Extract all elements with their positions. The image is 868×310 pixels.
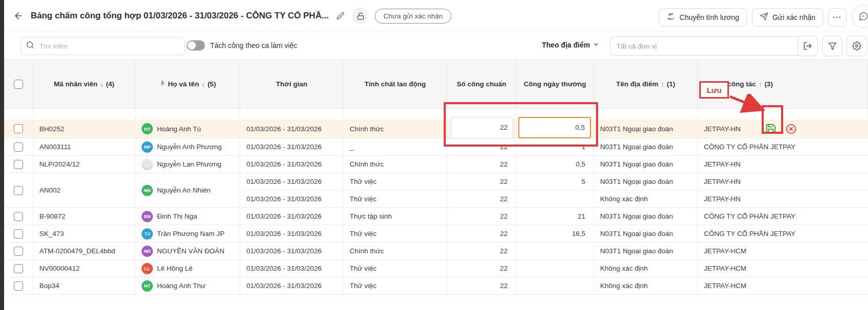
search-input[interactable] [38, 42, 179, 51]
column-header-name[interactable]: Họ và tên↓(5) [135, 60, 240, 108]
page-title: Bảng chấm công tổng hợp 01/03/2026 - 31/… [31, 11, 329, 21]
select-all-cell [4, 60, 33, 108]
table-row[interactable]: Bop34HTHoàng Anh Thư01/03/2026 - 31/03/2… [4, 277, 868, 295]
table-row[interactable]: NLP/2024/12Nguyễn Lan Phương01/03/2026 -… [4, 156, 868, 173]
labor-type-cell: Chính thức [344, 243, 447, 259]
location-cell: Không xác định [594, 277, 698, 294]
left-edge-strip [0, 0, 4, 310]
work-unit-cell: JETPAY-HCM [698, 277, 868, 294]
row-checkbox[interactable] [14, 186, 23, 195]
unlock-icon[interactable] [352, 8, 369, 24]
employee-name: Trần Phương Nam JP [157, 230, 224, 237]
export-icon[interactable] [797, 36, 818, 56]
column-header-type[interactable]: Tính chất lao động [344, 60, 447, 108]
table-row[interactable]: B-90872ĐNĐinh Thị Nga01/03/2026 - 31/03/… [4, 208, 868, 225]
weekday-days-cell: 1 [516, 138, 594, 155]
weekday-days-cell[interactable]: 0,5 [516, 120, 594, 138]
filter-toolbar: Tách công theo ca làm việc Theo địa điểm… [4, 32, 868, 59]
column-label: Tính chất lao động [364, 80, 426, 88]
top-bar: Bảng chấm công tổng hợp 01/03/2026 - 31/… [4, 0, 868, 32]
transfer-payroll-button[interactable]: Chuyển tính lương [658, 8, 747, 27]
sort-order-count: (4) [106, 80, 115, 88]
standard-days-cell: 22 [447, 260, 516, 277]
save-icon[interactable] [765, 123, 776, 134]
column-header-code[interactable]: Mã nhân viên↓(4) [33, 60, 135, 108]
chat-bubble-icon[interactable] [852, 5, 868, 28]
split-shift-toggle[interactable] [187, 40, 205, 51]
column-label: Mã nhân viên [54, 80, 98, 88]
group-by-dropdown[interactable]: Theo địa điểm [542, 40, 599, 50]
table-row[interactable]: AN003111NPNguyễn Anh Phương01/03/2026 - … [4, 138, 868, 156]
table-row[interactable]: ATM-0200479_DEL4bbdNĐNGUYỄN VĂN ĐOÀN01/0… [4, 243, 868, 260]
location-cell: Không xác định [594, 190, 698, 207]
avatar: NĐ [142, 246, 153, 257]
standard-days-input[interactable]: 22 [451, 117, 513, 138]
back-icon[interactable] [12, 10, 25, 22]
table-header-row: Mã nhân viên↓(4)Họ và tên↓(5)Thời gianTí… [4, 60, 868, 109]
column-header-location[interactable]: Tên địa điểm↑(1) [594, 60, 698, 108]
gear-icon[interactable] [847, 36, 867, 56]
period-row: 01/03/2026 - 31/03/2026Chính thức220,5N0… [240, 156, 868, 173]
work-unit-cell: JETPAY-HN [698, 156, 868, 173]
employee-code-cell: BH0252 [33, 120, 135, 138]
more-actions-button[interactable]: ··· [828, 8, 847, 27]
select-all-checkbox[interactable] [14, 80, 23, 89]
row-checkbox[interactable] [14, 212, 23, 221]
send-confirmation-label: Gửi xác nhận [772, 13, 815, 21]
weekday-days-input[interactable]: 0,5 [518, 117, 591, 138]
labor-type-cell: Chính thức [344, 120, 447, 138]
cancel-icon[interactable] [785, 123, 796, 134]
row-checkbox-cell [4, 225, 33, 242]
column-header-standard[interactable]: Số công chuẩn [447, 60, 516, 108]
row-checkbox[interactable] [14, 124, 23, 133]
table-row[interactable]: SK_473TJTrần Phương Nam JP01/03/2026 - 3… [4, 225, 868, 243]
time-cell: 01/03/2026 - 31/03/2026 [240, 120, 344, 138]
unit-filter-select[interactable]: Tất cả đơn vị [610, 36, 811, 56]
table-row[interactable]: AN002NNNguyễn An Nhiên01/03/2026 - 31/03… [4, 173, 868, 208]
labor-type-cell: Thử việc [344, 277, 447, 294]
column-header-unit[interactable]: Đơn vị công tác↑(3) [698, 60, 868, 108]
location-cell: N03T1 Ngoại giao đoàn [594, 120, 698, 138]
send-confirmation-button[interactable]: Gửi xác nhận [752, 8, 823, 27]
employee-code-cell: AN003111 [33, 138, 135, 155]
location-cell: N03T1 Ngoại giao đoàn [594, 225, 698, 242]
labor-type-cell: Thử việc [344, 190, 447, 207]
weekday-days-cell [516, 190, 594, 207]
row-checkbox[interactable] [14, 281, 23, 291]
time-cell: 01/03/2026 - 31/03/2026 [240, 260, 344, 277]
employee-code-cell: ATM-0200479_DEL4bbd [33, 243, 135, 259]
standard-days-cell: 22 [447, 190, 516, 207]
row-checkbox[interactable] [14, 247, 23, 256]
search-box[interactable] [20, 37, 185, 55]
location-cell: Không xác định [594, 260, 698, 277]
employee-name: NGUYỄN VĂN ĐOÀN [157, 247, 224, 255]
row-checkbox-cell [4, 208, 33, 225]
sort-arrow-icon: ↑ [661, 80, 665, 88]
column-header-weekday[interactable]: Công ngày thường [516, 60, 594, 108]
table-row[interactable]: BH0252HTHoàng Anh Tú01/03/2026 - 31/03/2… [4, 120, 868, 138]
header-spacer-row [4, 109, 868, 120]
row-checkbox[interactable] [14, 160, 23, 169]
table-row[interactable]: NV00000412LLLê Hồng Lê01/03/2026 - 31/03… [4, 260, 868, 277]
filter-icon[interactable] [822, 36, 842, 56]
standard-days-cell: 22 [447, 277, 516, 294]
employee-code-cell: NLP/2024/12 [33, 156, 135, 173]
column-label: Số công chuẩn [457, 80, 507, 88]
time-cell: 01/03/2026 - 31/03/2026 [240, 243, 344, 259]
sort-order-count: (1) [667, 80, 675, 88]
location-cell: N03T1 Ngoại giao đoàn [594, 138, 698, 155]
edit-pencil-icon[interactable] [335, 10, 346, 21]
employee-name-cell: Nguyễn Lan Phương [135, 156, 240, 173]
weekday-days-cell: 5 [516, 173, 594, 190]
split-shift-toggle-label: Tách công theo ca làm việc [210, 41, 297, 50]
row-checkbox[interactable] [14, 264, 23, 273]
column-header-time[interactable]: Thời gian [240, 60, 344, 108]
period-row: 01/03/2026 - 31/03/2026Thử việc2216,5N03… [240, 225, 868, 242]
row-checkbox[interactable] [14, 229, 23, 239]
avatar: HT [142, 123, 153, 134]
employee-name-cell: NĐNGUYỄN VĂN ĐOÀN [135, 243, 240, 259]
standard-days-cell[interactable]: 22 [447, 120, 516, 138]
period-row: 01/03/2026 - 31/03/2026Thử việc22Không x… [240, 190, 868, 207]
avatar: HT [142, 280, 153, 292]
row-checkbox[interactable] [14, 142, 23, 152]
